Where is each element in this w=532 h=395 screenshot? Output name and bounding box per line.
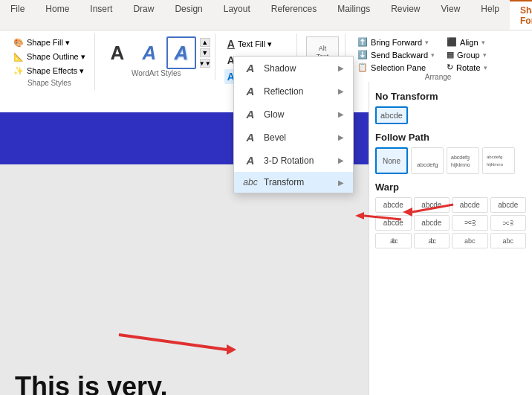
warp-item-8[interactable]: ⫗⫖ [490, 215, 527, 231]
warp-item-5[interactable]: abcde [375, 215, 412, 231]
send-backward-button[interactable]: ⬇️ Send Backward ▾ [354, 49, 438, 60]
reflection-menu-item[interactable]: A Reflection ▶ [234, 80, 353, 103]
wordart-samples-row: A A A ▲ ▼ ▼▼ [103, 36, 210, 69]
text-fill-label: Text Fill ▾ [238, 39, 272, 49]
follow-path-arch-down[interactable]: abcdefg hijklmno [447, 147, 479, 174]
no-transform-title: No Transform [375, 91, 526, 102]
3d-rotation-arrow: ▶ [338, 156, 344, 164]
group-button[interactable]: ▦ Group ▾ [444, 49, 490, 60]
tab-shape-format[interactable]: Shape Format [510, 0, 532, 30]
tab-design[interactable]: Design [164, 0, 213, 30]
bevel-arrow: ▶ [338, 133, 344, 141]
bevel-label: Bevel [264, 132, 286, 143]
group-chevron: ▾ [483, 51, 487, 59]
arch-up-svg: abcdefg [414, 150, 441, 171]
arch-down-svg: abcdefg hijklmno [450, 150, 476, 171]
wordart-sample-3[interactable]: A [166, 36, 196, 69]
send-backward-icon: ⬇️ [357, 50, 368, 60]
selection-pane-button[interactable]: 📋 Selection Pane [354, 62, 438, 73]
warp-grid: abcde abcde abcde abcde abcde abcde ⫗⫖ ⫗… [375, 197, 526, 248]
follow-path-none-label: None [383, 157, 400, 165]
shape-outline-label: Shape Outline ▾ [27, 52, 85, 62]
arrange-label: Arrange [354, 73, 522, 81]
ribbon-tabs: File Home Insert Draw Design Layout Refe… [0, 0, 532, 30]
bevel-menu-item[interactable]: A Bevel ▶ [234, 126, 353, 149]
text-effects-dropdown: A Shadow ▶ A Reflection ▶ A Glow ▶ A Bev… [233, 56, 354, 193]
follow-path-arch-up[interactable]: abcdefg [411, 147, 444, 174]
no-transform-text: abcde [380, 111, 403, 120]
shape-outline-button[interactable]: 📐 Shape Outline ▾ [10, 51, 88, 63]
shadow-menu-item[interactable]: A Shadow ▶ [234, 57, 353, 80]
transform-label: Transform [264, 177, 304, 187]
wordart-sample-1[interactable]: A [103, 36, 132, 69]
tab-references[interactable]: References [261, 0, 327, 30]
bring-forward-button[interactable]: ⬆️ Bring Forward ▾ [354, 36, 438, 48]
shape-effects-button[interactable]: ✨ Shape Effects ▾ [10, 65, 88, 77]
warp-item-6[interactable]: abcde [414, 215, 450, 231]
warp-item-12[interactable]: abc [490, 233, 527, 248]
circle-path-svg: abcdefg hijklmno [486, 150, 511, 172]
shape-styles-group: 🎨 Shape Fill ▾ 📐 Shape Outline ▾ ✨ Shape… [4, 33, 95, 90]
tab-draw[interactable]: Draw [123, 0, 164, 30]
wordart-scroll-more[interactable]: ▼▼ [200, 59, 210, 68]
no-transform-section: abcde [375, 106, 526, 124]
wordart-scroll-down[interactable]: ▼ [200, 48, 210, 57]
warp-item-3[interactable]: abcde [452, 197, 488, 213]
wordart-scroll-buttons: ▲ ▼ ▼▼ [200, 38, 210, 68]
svg-text:abcdefg: abcdefg [417, 161, 438, 168]
warp-item-9[interactable]: abc [375, 233, 412, 248]
transform-menu-item[interactable]: abc Transform ▶ [234, 172, 353, 193]
warp-item-7[interactable]: ⫗⫖ [452, 215, 488, 231]
align-label: Align [460, 38, 478, 47]
follow-path-circle[interactable]: abcdefg hijklmno [482, 147, 515, 174]
transform-arrow: ▶ [338, 179, 344, 187]
warp-title: Warp [375, 182, 526, 193]
shadow-arrow: ▶ [338, 64, 344, 72]
warp-item-10[interactable]: abc [414, 233, 450, 248]
glow-menu-item[interactable]: A Glow ▶ [234, 103, 353, 126]
reflection-arrow: ▶ [338, 87, 344, 95]
tab-help[interactable]: Help [470, 0, 510, 30]
tab-file[interactable]: File [0, 0, 35, 30]
warp-item-11[interactable]: abc [452, 233, 488, 248]
align-chevron: ▾ [481, 39, 485, 46]
rotate-icon: ↻ [447, 62, 453, 72]
tab-view[interactable]: View [431, 0, 471, 30]
shape-effects-icon: ✨ [13, 66, 24, 76]
arrange-col-1: ⬆️ Bring Forward ▾ ⬇️ Send Backward ▾ 📋 … [354, 36, 438, 73]
rotate-chevron: ▾ [484, 64, 487, 71]
bring-forward-label: Bring Forward [371, 38, 422, 47]
group-label: Group [457, 51, 480, 60]
tab-insert[interactable]: Insert [80, 0, 123, 30]
tab-layout[interactable]: Layout [213, 0, 261, 30]
shadow-label: Shadow [264, 63, 296, 74]
glow-label: Glow [264, 109, 284, 120]
wordart-styles-label: WordArt Styles [103, 69, 210, 77]
follow-path-none[interactable]: None [375, 147, 408, 174]
text-fill-button[interactable]: A Text Fill ▾ [224, 36, 291, 51]
wordart-sample-2[interactable]: A [134, 36, 164, 69]
3d-rotation-label: 3-D Rotation [264, 155, 314, 166]
3d-rotation-menu-item[interactable]: A 3-D Rotation ▶ [234, 149, 353, 172]
3d-rotation-icon: A [243, 154, 258, 167]
warp-item-2[interactable]: abcde [414, 197, 450, 213]
tab-home[interactable]: Home [35, 0, 80, 30]
arrange-top-row: ⬆️ Bring Forward ▾ ⬇️ Send Backward ▾ 📋 … [354, 36, 522, 73]
no-transform-item[interactable]: abcde [375, 106, 408, 124]
warp-item-1[interactable]: abcde [375, 197, 412, 213]
shape-fill-button[interactable]: 🎨 Shape Fill ▾ [10, 36, 88, 49]
transform-icon: abc [243, 177, 258, 187]
follow-path-title: Follow Path [375, 132, 526, 143]
bring-forward-icon: ⬆️ [357, 37, 368, 47]
send-backward-chevron: ▾ [431, 51, 435, 59]
glow-arrow: ▶ [338, 110, 344, 118]
tab-mailings[interactable]: Mailings [327, 0, 380, 30]
warp-item-4[interactable]: abcde [490, 197, 527, 213]
tab-review[interactable]: Review [380, 0, 430, 30]
align-button[interactable]: ⬛ Align ▾ [444, 36, 490, 48]
rotate-button[interactable]: ↻ Rotate ▾ [444, 62, 490, 73]
wordart-scroll-up[interactable]: ▲ [200, 38, 210, 47]
transform-panel: No Transform abcde Follow Path None abcd… [369, 82, 532, 395]
svg-text:hijklmno: hijklmno [487, 162, 504, 167]
follow-path-section: None abcdefg abcdefg hijklmno abcdefg hi… [375, 147, 526, 174]
